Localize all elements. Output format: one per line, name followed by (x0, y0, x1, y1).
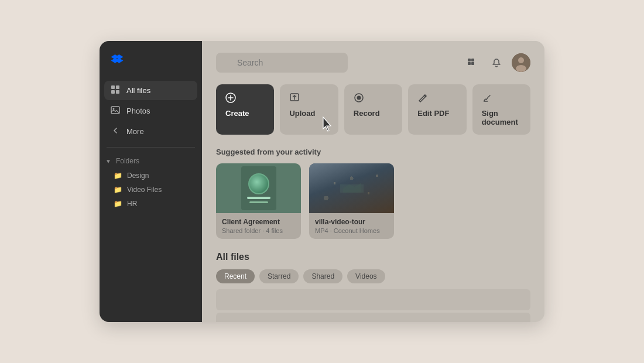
sidebar-item-more-label: More (126, 127, 144, 136)
record-label: Record (354, 109, 393, 118)
sidebar-folders-label: Folders (116, 157, 139, 165)
upload-label: Upload (289, 109, 328, 118)
suggested-card-villa-video[interactable]: villa-video-tour MP4 · Coconut Homes (309, 163, 394, 239)
svg-point-14 (516, 65, 526, 72)
sidebar-item-photos-label: Photos (126, 107, 150, 115)
sidebar: All files Photos More ▼ Folders 📁 Desi (100, 41, 202, 322)
sidebar-item-photos[interactable]: Photos (104, 101, 197, 121)
create-label: Create (225, 109, 265, 118)
folder-icon-design: 📁 (114, 172, 122, 180)
svg-rect-9 (471, 59, 474, 61)
avatar[interactable] (512, 53, 530, 72)
grid-view-button[interactable] (463, 53, 481, 72)
client-agreement-meta: Shared folder · 4 files (222, 227, 295, 234)
svg-rect-10 (468, 62, 471, 65)
villa-video-info: villa-video-tour MP4 · Coconut Homes (309, 213, 394, 239)
record-card[interactable]: Record (344, 84, 402, 135)
svg-point-21 (357, 96, 361, 100)
folder-icon-video-files: 📁 (114, 186, 122, 194)
villa-video-meta: MP4 · Coconut Homes (315, 227, 388, 234)
upload-icon (289, 93, 328, 105)
create-card[interactable]: Create (216, 84, 274, 135)
suggested-card-client-agreement[interactable]: Client Agreement Shared folder · 4 files (216, 163, 301, 239)
notifications-button[interactable] (487, 53, 506, 72)
edit-pdf-card[interactable]: Edit PDF (408, 84, 466, 135)
search-input[interactable] (216, 53, 348, 73)
sidebar-item-video-files[interactable]: 📁 Video Files (100, 183, 202, 197)
sign-document-card[interactable]: Sign document (472, 84, 530, 135)
suggested-cards: Client Agreement Shared folder · 4 files… (216, 163, 530, 239)
folder-icon-hr: 📁 (114, 200, 122, 208)
edit-pdf-icon (417, 93, 457, 105)
villa-video-name: villa-video-tour (315, 218, 388, 226)
record-icon (354, 93, 393, 105)
sidebar-item-hr[interactable]: 📁 HR (100, 197, 202, 211)
filter-tabs: Recent Starred Shared Videos (216, 269, 530, 283)
dropbox-logo-icon (109, 50, 125, 67)
svg-rect-11 (471, 62, 474, 65)
tab-videos[interactable]: Videos (347, 269, 385, 283)
client-agreement-name: Client Agreement (222, 218, 295, 226)
sign-document-label: Sign document (482, 109, 521, 126)
tab-shared[interactable]: Shared (303, 269, 342, 283)
header (216, 53, 530, 73)
sidebar-nav: All files Photos More (100, 81, 202, 141)
sidebar-folders-header[interactable]: ▼ Folders (100, 153, 202, 169)
photos-icon (110, 105, 121, 117)
villa-video-thumb (309, 163, 394, 213)
cursor-icon (321, 116, 334, 132)
file-row-2 (216, 313, 530, 322)
sign-document-icon (482, 93, 521, 105)
header-actions (463, 53, 530, 72)
sidebar-folder-video-files-label: Video Files (127, 186, 162, 194)
sidebar-folder-hr-label: HR (127, 200, 137, 208)
svg-rect-3 (116, 90, 119, 94)
client-agreement-info: Client Agreement Shared folder · 4 files (216, 213, 301, 239)
tab-recent[interactable]: Recent (216, 269, 255, 283)
sidebar-item-more[interactable]: More (104, 122, 197, 141)
svg-rect-2 (111, 90, 115, 94)
all-files-icon (110, 85, 121, 96)
sidebar-logo (100, 50, 202, 81)
tab-starred[interactable]: Starred (259, 269, 299, 283)
sidebar-folder-design-label: Design (127, 172, 149, 180)
sidebar-item-design[interactable]: 📁 Design (100, 169, 202, 183)
main-content: Create Upload Record (202, 41, 544, 322)
sidebar-item-all-files-label: All files (126, 86, 150, 95)
sidebar-item-all-files[interactable]: All files (104, 81, 197, 100)
search-wrapper (216, 53, 455, 73)
svg-rect-8 (468, 59, 471, 61)
more-icon (110, 126, 121, 137)
all-files-title: All files (216, 252, 530, 262)
svg-point-13 (518, 57, 524, 63)
upload-card[interactable]: Upload (280, 84, 338, 135)
svg-point-5 (113, 108, 115, 110)
sidebar-divider (107, 147, 195, 148)
svg-rect-1 (116, 85, 119, 89)
edit-pdf-label: Edit PDF (417, 109, 457, 118)
file-row-1 (216, 289, 530, 310)
suggested-section-title: Suggested from your activity (216, 148, 530, 156)
create-icon (225, 93, 265, 105)
action-cards: Create Upload Record (216, 84, 530, 135)
file-rows-preview (216, 289, 530, 322)
client-agreement-thumb (216, 163, 301, 213)
app-window: All files Photos More ▼ Folders 📁 Desi (100, 41, 544, 322)
svg-rect-0 (111, 85, 115, 89)
sidebar-folders-chevron-icon: ▼ (105, 158, 111, 165)
